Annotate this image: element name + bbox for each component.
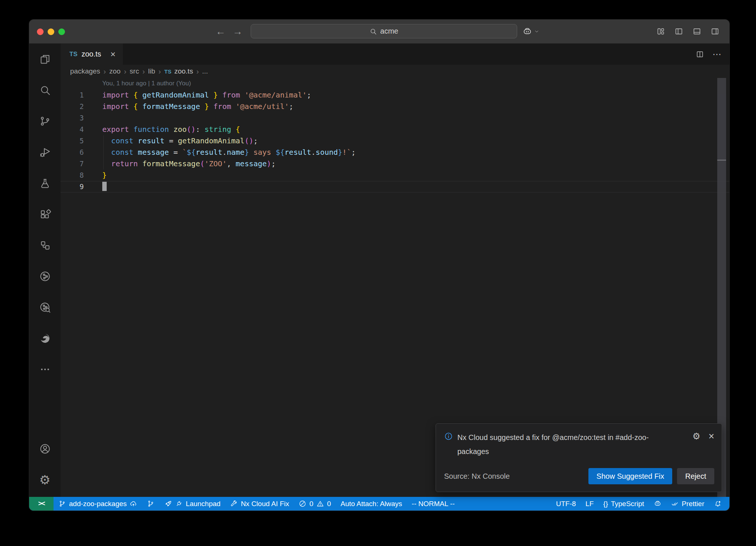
account-icon — [39, 443, 51, 455]
activity-item-source-control[interactable] — [29, 106, 61, 137]
block-cursor — [102, 182, 107, 191]
status-problems[interactable]: 00 — [294, 497, 336, 511]
status-copilot[interactable] — [649, 497, 666, 511]
copilot-icon — [654, 500, 662, 508]
tab-label: zoo.ts — [82, 50, 101, 58]
activity-item-search[interactable] — [29, 75, 61, 106]
code-line-1[interactable]: 1import { getRandomAnimal } from '@acme/… — [61, 89, 729, 101]
navigate-forward-icon[interactable]: → — [233, 20, 243, 43]
activity-bar: ⚙ — [29, 44, 61, 497]
breadcrumb: packages›zoo›src›lib›TSzoo.ts›... — [61, 65, 729, 78]
activity-item-project-structure[interactable] — [29, 230, 61, 261]
breadcrumb-more[interactable]: ... — [202, 67, 208, 75]
chevron-down-icon — [534, 28, 540, 34]
files-icon — [39, 53, 51, 65]
breadcrumb-item-src[interactable]: src — [130, 67, 139, 75]
activity-item-nx-console[interactable] — [29, 261, 61, 292]
breadcrumb-file-label: zoo.ts — [174, 67, 193, 75]
code-line-4[interactable]: 4export function zoo(): string { — [61, 124, 729, 135]
branch-icon — [58, 500, 66, 508]
status-eol[interactable]: LF — [581, 497, 598, 511]
status-auto-attach[interactable]: Auto Attach: Always — [336, 497, 407, 511]
show-suggested-fix-button[interactable]: Show Suggested Fix — [588, 468, 672, 484]
line-number: 3 — [61, 112, 94, 124]
status-remote-indicator-label: >< — [38, 500, 44, 508]
status-auto-attach-label: Auto Attach: Always — [340, 500, 402, 508]
error-icon — [299, 500, 306, 508]
code-text: const result = getRandomAnimal(); — [102, 135, 258, 147]
copilot-icon — [522, 27, 532, 37]
breadcrumb-separator: › — [124, 67, 127, 76]
line-number: 1 — [61, 89, 94, 101]
status-git-graph[interactable] — [142, 497, 159, 511]
notification-source: Source: Nx Console — [444, 472, 510, 481]
tab-zoo-ts[interactable]: TS zoo.ts × — [61, 44, 123, 65]
code-line-8[interactable]: 8} — [61, 170, 729, 181]
titlebar: ← → acme — [29, 20, 729, 44]
breadcrumb-file[interactable]: TSzoo.ts — [164, 67, 193, 75]
status-remote-indicator[interactable]: >< — [29, 497, 54, 511]
status-vim-mode-label: -- NORMAL -- — [412, 500, 454, 508]
beaker-icon — [39, 177, 51, 189]
activity-item-extensions[interactable] — [29, 199, 61, 230]
tab-bar: TS zoo.ts × ⋯ — [61, 44, 729, 65]
activity-item-edge-tools[interactable] — [29, 323, 61, 354]
activity-item-accounts[interactable] — [29, 433, 61, 464]
more-actions-icon[interactable]: ⋯ — [712, 49, 722, 59]
status-prettier[interactable]: Prettier — [666, 497, 709, 511]
activity-item-explorer[interactable] — [29, 44, 61, 75]
edge-icon — [39, 332, 51, 344]
status-git-branch[interactable]: add-zoo-packages — [54, 497, 142, 511]
customize-layout-icon[interactable] — [656, 27, 666, 36]
status-notifications[interactable] — [709, 497, 726, 511]
braces-icon: {} — [603, 500, 608, 507]
code-line-2[interactable]: 2import { formatMessage } from '@acme/ut… — [61, 101, 729, 112]
close-window-button[interactable] — [37, 28, 44, 35]
line-number: 4 — [61, 124, 94, 135]
status-encoding-label: UTF-8 — [556, 500, 576, 508]
reject-button[interactable]: Reject — [677, 468, 714, 484]
activity-item-settings[interactable]: ⚙ — [29, 464, 61, 495]
vscode-window: ← → acme ⚙ TS zoo.ts × — [29, 20, 729, 511]
toggle-secondary-sidebar-icon[interactable] — [710, 27, 720, 36]
breadcrumb-separator: › — [103, 67, 106, 76]
code-line-6[interactable]: 6 const message = `${result.name} says $… — [61, 147, 729, 158]
status-launchpad[interactable]: Launchpad — [159, 497, 225, 511]
code-line-5[interactable]: 5 const result = getRandomAnimal(); — [61, 135, 729, 147]
copilot-menu-button[interactable] — [522, 20, 540, 43]
activity-item-nx-cloud[interactable] — [29, 292, 61, 323]
code-line-7[interactable]: 7 return formatMessage('ZOO', message); — [61, 158, 729, 170]
navigate-back-icon[interactable]: ← — [216, 20, 226, 43]
zoom-window-button[interactable] — [58, 28, 65, 35]
activity-item-additional-views[interactable] — [29, 354, 61, 385]
layout-controls — [656, 20, 720, 43]
code-line-9[interactable]: 9 — [61, 181, 729, 192]
breadcrumb-item-packages[interactable]: packages — [70, 67, 100, 75]
toggle-panel-icon[interactable] — [692, 27, 702, 36]
code-text — [102, 181, 107, 192]
status-encoding[interactable]: UTF-8 — [551, 497, 581, 511]
breadcrumb-item-zoo[interactable]: zoo — [109, 67, 121, 75]
status-nx-cloud-ai-fix[interactable]: Nx Cloud AI Fix — [225, 497, 294, 511]
split-editor-icon[interactable] — [695, 50, 704, 59]
status-vim-mode[interactable]: -- NORMAL -- — [407, 497, 459, 511]
activity-item-run-and-debug[interactable] — [29, 137, 61, 168]
code-line-3[interactable]: 3 — [61, 112, 729, 124]
minimize-window-button[interactable] — [48, 28, 54, 35]
line-number: 8 — [61, 170, 94, 181]
activity-item-testing[interactable] — [29, 168, 61, 199]
status-language-mode[interactable]: {}TypeScript — [598, 497, 649, 511]
warning-icon — [316, 500, 324, 508]
command-center-search[interactable]: acme — [251, 24, 517, 38]
breadcrumb-item-lib[interactable]: lib — [148, 67, 155, 75]
notification-close-icon[interactable]: × — [708, 431, 714, 441]
wrench-icon — [230, 500, 238, 508]
status-problems-label: 0 — [309, 500, 313, 508]
notification-message: Nx Cloud suggested a fix for @acme/zoo:t… — [457, 430, 674, 458]
extensions-icon — [39, 208, 51, 220]
close-tab-icon[interactable]: × — [110, 50, 116, 59]
toggle-primary-sidebar-icon[interactable] — [674, 27, 684, 36]
breadcrumb-separator: › — [142, 67, 145, 76]
notification-settings-icon[interactable]: ⚙ — [693, 431, 701, 441]
code-text: import { getRandomAnimal } from '@acme/a… — [102, 89, 311, 101]
